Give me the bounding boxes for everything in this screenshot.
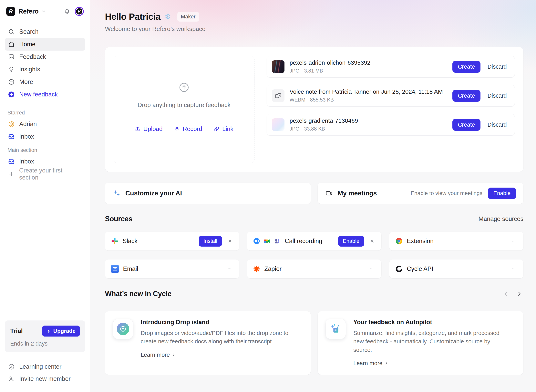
- inbox-icon: [7, 133, 15, 140]
- feedback-icon: [7, 53, 15, 60]
- snowflake-emoji: ❄: [164, 13, 171, 21]
- source-card-slack: Slack Install: [105, 232, 239, 251]
- upload-icon: [135, 126, 141, 132]
- bell-icon[interactable]: [64, 8, 71, 15]
- learning-center-item[interactable]: Learning center: [5, 361, 85, 373]
- sidebar: R Refero R Search: [0, 0, 90, 392]
- starred-item-adrian[interactable]: Adrian: [5, 118, 85, 130]
- video-camera-icon: [325, 189, 333, 197]
- sidebar-item-label: More: [19, 78, 33, 85]
- create-button[interactable]: Create: [452, 119, 480, 131]
- avatar-letter: R: [76, 8, 82, 14]
- sidebar-item-label: Feedback: [19, 53, 46, 60]
- workspace-logo-letter: R: [9, 9, 13, 14]
- sidebar-item-home[interactable]: Home: [5, 38, 85, 51]
- file-meta: JPG · 33.88 KB: [289, 126, 358, 132]
- my-meetings-card[interactable]: My meetings Enable to view your meetings…: [318, 183, 523, 204]
- slack-icon: [111, 237, 119, 245]
- file-card: pexels-gradienta-7130469 JPG · 33.88 KB …: [267, 114, 515, 136]
- create-section-button[interactable]: Create your first section: [5, 168, 85, 180]
- link-button[interactable]: Link: [214, 126, 233, 132]
- source-card-zapier: Zapier: [247, 260, 381, 278]
- ellipsis-icon[interactable]: [510, 237, 517, 245]
- whats-new-title: What’s new in Cycle: [105, 290, 171, 298]
- file-title: pexels-adrien-olichon-6395392: [289, 59, 370, 66]
- upload-label: Upload: [143, 126, 162, 132]
- upgrade-button[interactable]: Upgrade: [42, 326, 80, 336]
- source-name: Extension: [407, 238, 434, 245]
- dropzone[interactable]: Drop anything to capture feedback Upload: [114, 56, 254, 163]
- compass-icon: [7, 363, 15, 370]
- close-icon[interactable]: [227, 238, 233, 244]
- microphone-icon: [174, 126, 180, 132]
- trial-ends-text: Ends in 2 days: [10, 341, 80, 347]
- source-card-email: Email: [105, 260, 239, 278]
- ellipsis-icon[interactable]: [368, 265, 375, 273]
- role-badge: Maker: [177, 12, 199, 22]
- source-name: Slack: [123, 238, 138, 245]
- news-title: Your feedback on Autopilot: [353, 319, 510, 326]
- enable-meetings-button[interactable]: Enable: [488, 187, 516, 199]
- home-icon: [7, 41, 15, 48]
- drop-island-icon: [113, 319, 133, 339]
- upload-button[interactable]: Upload: [135, 126, 162, 132]
- lightning-icon: [47, 329, 51, 333]
- more-circle-icon: [7, 78, 15, 85]
- create-button[interactable]: Create: [452, 90, 480, 102]
- new-feedback-label: New feedback: [19, 91, 58, 98]
- ellipsis-icon[interactable]: [226, 265, 233, 273]
- email-icon: [111, 265, 119, 273]
- learn-more-link[interactable]: Learn more: [141, 352, 298, 358]
- new-feedback-button[interactable]: New feedback: [5, 88, 85, 101]
- sidebar-item-label: Insights: [19, 66, 40, 73]
- source-name: Call recording: [285, 238, 322, 245]
- create-button[interactable]: Create: [452, 61, 480, 73]
- source-name: Zapier: [264, 265, 282, 272]
- trial-title: Trial: [10, 327, 23, 335]
- close-icon[interactable]: [369, 238, 375, 244]
- customize-ai-card[interactable]: Customize your AI: [105, 183, 311, 204]
- enable-call-recording-button[interactable]: Enable: [338, 236, 364, 247]
- workspace-logo: R: [6, 7, 15, 16]
- file-thumbnail: [272, 60, 285, 73]
- sidebar-item-search[interactable]: Search: [5, 25, 85, 38]
- starred-item-inbox[interactable]: Inbox: [5, 130, 85, 143]
- plus-icon: [7, 171, 15, 177]
- section-item-inbox[interactable]: Inbox: [5, 155, 85, 168]
- learn-more-link[interactable]: Learn more: [353, 360, 510, 367]
- sidebar-item-insights[interactable]: Insights: [5, 63, 85, 76]
- news-body: Summarize, find insights, categorize, an…: [353, 329, 510, 354]
- chrome-icon: [395, 237, 403, 245]
- starred-heading: Starred: [5, 110, 85, 116]
- carousel-prev-icon[interactable]: [502, 290, 510, 298]
- starred-item-label: Inbox: [19, 133, 34, 140]
- sidebar-item-label: Search: [19, 28, 38, 35]
- record-label: Record: [183, 126, 202, 132]
- discard-button[interactable]: Discard: [488, 64, 507, 70]
- pending-files-list: pexels-adrien-olichon-6395392 JPG · 3.81…: [267, 56, 515, 163]
- meetings-hint: Enable to view your meetings: [411, 190, 482, 196]
- discard-button[interactable]: Discard: [488, 93, 507, 99]
- welcome-subtitle: Welcome to your Refero’s workspace: [105, 25, 523, 33]
- capture-card: Drop anything to capture feedback Upload: [105, 47, 523, 172]
- user-avatar[interactable]: R: [75, 7, 84, 16]
- manage-sources-link[interactable]: Manage sources: [479, 215, 523, 223]
- ellipsis-icon[interactable]: [510, 265, 517, 273]
- news-body: Drop images or video/audio/PDF files int…: [141, 329, 298, 346]
- install-slack-button[interactable]: Install: [199, 236, 222, 247]
- plus-circle-icon: [7, 91, 15, 98]
- source-name: Cycle API: [407, 265, 433, 272]
- source-name: Email: [123, 265, 138, 272]
- source-card-cycle-api: Cycle API: [389, 260, 523, 278]
- sidebar-item-feedback[interactable]: Feedback: [5, 51, 85, 63]
- invite-member-item[interactable]: Invite new member: [5, 373, 85, 385]
- workspace-switcher[interactable]: R Refero R: [5, 6, 85, 17]
- main-section-heading: Main section: [5, 147, 85, 153]
- record-button[interactable]: Record: [174, 126, 202, 132]
- sparkles-icon: [112, 189, 121, 197]
- news-card-autopilot: Your feedback on Autopilot Summarize, fi…: [318, 311, 523, 375]
- news-card-drop-island: Introducing Drop island Drop images or v…: [105, 311, 311, 375]
- sidebar-item-more[interactable]: More: [5, 76, 85, 88]
- carousel-next-icon[interactable]: [515, 290, 523, 298]
- discard-button[interactable]: Discard: [488, 121, 507, 128]
